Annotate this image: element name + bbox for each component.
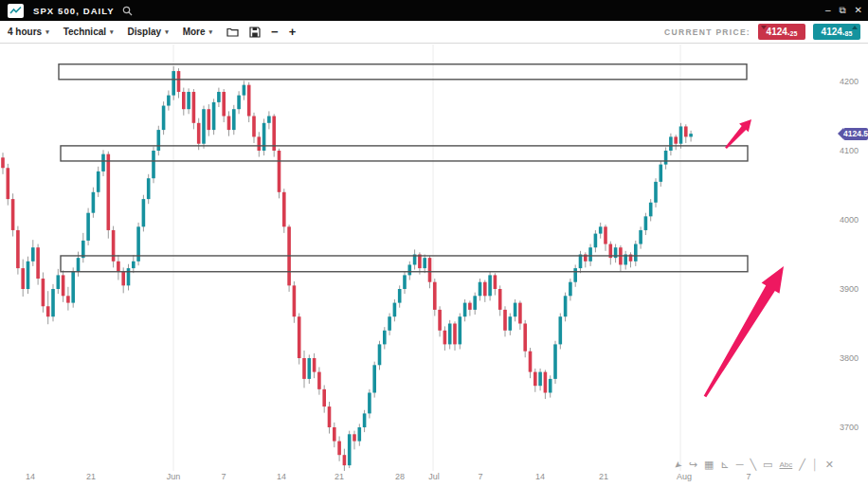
chevron-down-icon: ▾ xyxy=(110,28,114,36)
minimize-button[interactable]: – xyxy=(825,6,831,15)
symbol-title: SPX 500, DAILY xyxy=(33,6,115,16)
technical-label: Technical xyxy=(63,27,106,37)
chart-area[interactable]: 420041004000390038003700 1421Jun7142128J… xyxy=(0,44,868,487)
trend-angle-icon[interactable]: ⊾ xyxy=(720,460,729,470)
price-up-arrow-icon xyxy=(852,26,858,29)
time-tick-label: 21 xyxy=(335,472,344,481)
display-menu[interactable]: Display ▾ xyxy=(128,27,169,37)
close-button[interactable]: ✕ xyxy=(855,6,862,15)
buy-price-badge[interactable]: 4124. 85 xyxy=(813,24,860,40)
chart-toolbar: 4 hours ▾ Technical ▾ Display ▾ More ▾ −… xyxy=(0,21,868,44)
display-label: Display xyxy=(128,27,162,37)
chevron-down-icon: ▾ xyxy=(45,28,49,36)
candlestick-chart[interactable] xyxy=(0,44,868,487)
buy-price-dec: 85 xyxy=(845,30,853,37)
sell-price-dec: 25 xyxy=(790,30,798,37)
vertical-line-icon[interactable]: │ xyxy=(812,460,819,470)
ray-icon[interactable]: ╱ xyxy=(799,460,805,470)
time-tick-label: 7 xyxy=(221,472,226,481)
current-price-label: CURRENT PRICE: xyxy=(664,27,750,37)
rectangle-icon[interactable]: ▭ xyxy=(763,460,772,470)
price-down-arrow-icon xyxy=(761,26,767,29)
time-tick-label: 7 xyxy=(746,472,750,481)
save-icon[interactable] xyxy=(249,27,261,38)
time-tick-label: 21 xyxy=(599,472,608,481)
grid-icon[interactable]: ▦ xyxy=(704,460,714,470)
zoom-out-button[interactable]: − xyxy=(271,26,279,38)
delete-icon[interactable]: ✕ xyxy=(825,460,834,470)
price-tick-label: 3800 xyxy=(840,353,868,363)
pen-icon[interactable]: ➤ xyxy=(672,459,684,471)
trend-line-icon[interactable]: ╲ xyxy=(750,460,756,470)
restore-button[interactable]: ⧉ xyxy=(839,6,845,15)
time-tick-label: 28 xyxy=(395,472,405,481)
time-tick-label: 21 xyxy=(86,472,96,481)
price-tick-label: 3900 xyxy=(840,284,868,294)
time-tick-label: 14 xyxy=(26,472,35,481)
drawing-toolbar: ➤ ↪ ▦ ⊾ ─ ╲ ▭ Abc ╱ │ ✕ xyxy=(674,460,834,470)
trading-app-window: SPX 500, DAILY – ⧉ ✕ 4 hours ▾ Technical… xyxy=(0,0,868,487)
timeframe-dropdown[interactable]: 4 hours ▾ xyxy=(8,27,49,37)
more-menu[interactable]: More ▾ xyxy=(183,27,212,37)
text-tool-icon[interactable]: Abc xyxy=(779,461,792,469)
price-tick-label: 4100 xyxy=(840,146,868,155)
sell-price-int: 4124. xyxy=(767,27,790,37)
elbow-arrow-icon[interactable]: ↪ xyxy=(689,460,697,470)
app-logo-icon xyxy=(8,4,24,18)
time-tick-label: 14 xyxy=(277,472,286,481)
last-price-tag: 4124.5 xyxy=(843,128,868,140)
timeframe-label: 4 hours xyxy=(8,27,42,37)
price-tick-label: 4200 xyxy=(840,77,868,86)
chevron-down-icon: ▾ xyxy=(209,28,213,36)
buy-price-int: 4124. xyxy=(822,27,845,37)
more-label: More xyxy=(183,27,206,37)
price-tick-label: 3700 xyxy=(840,423,868,432)
time-tick-label: 14 xyxy=(535,472,545,481)
price-tick-label: 4000 xyxy=(840,215,868,225)
technical-menu[interactable]: Technical ▾ xyxy=(63,27,114,37)
search-icon[interactable] xyxy=(122,6,133,16)
time-tick-label: 7 xyxy=(478,472,482,481)
title-bar: SPX 500, DAILY – ⧉ ✕ xyxy=(0,0,868,21)
time-tick-label: Jul xyxy=(428,472,440,481)
horizontal-line-icon[interactable]: ─ xyxy=(736,460,744,470)
time-tick-label: Jun xyxy=(167,472,181,481)
zoom-in-button[interactable]: + xyxy=(289,26,297,38)
sell-price-badge[interactable]: 4124. 25 xyxy=(758,24,805,40)
chevron-down-icon: ▾ xyxy=(165,28,169,36)
open-folder-icon[interactable] xyxy=(226,27,239,37)
time-tick-label: Aug xyxy=(677,472,692,481)
